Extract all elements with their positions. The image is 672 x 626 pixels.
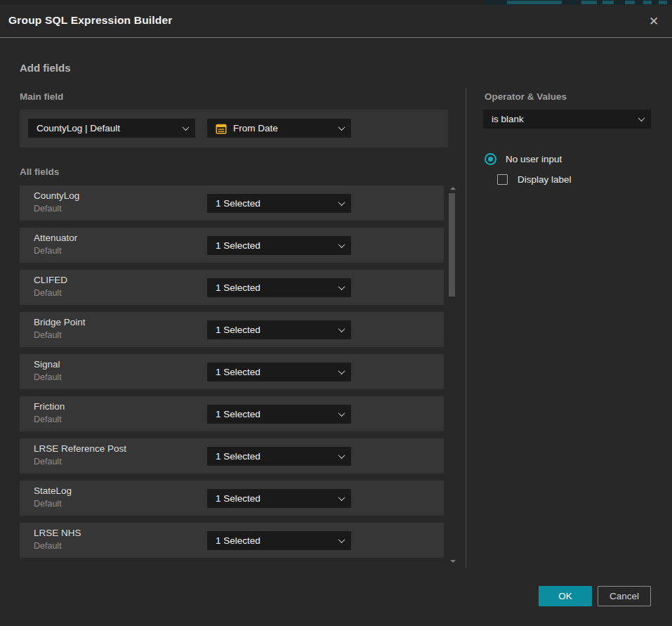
chevron-down-icon	[338, 124, 345, 131]
app-toolbar-fragment	[659, 1, 667, 4]
field-selected-value: 1 Selected	[216, 409, 334, 419]
field-row: Attenuator Default 1 Selected	[20, 228, 444, 263]
group-sql-expression-builder-dialog: Group SQL Expression Builder ✕ Add field…	[0, 5, 672, 626]
chevron-down-icon	[338, 283, 345, 290]
field-name: CLIFED	[34, 275, 67, 285]
app-toolbar-fragment	[625, 1, 635, 4]
app-toolbar-fragment	[602, 1, 614, 4]
field-selected-dropdown[interactable]: 1 Selected	[207, 236, 351, 255]
field-sublabel: Default	[34, 288, 62, 298]
all-fields-label: All fields	[20, 167, 59, 177]
chevron-down-icon	[338, 536, 345, 543]
all-fields-list: CountyLog Default 1 Selected Attenuator …	[20, 185, 444, 565]
chevron-down-icon	[338, 367, 345, 374]
close-icon[interactable]: ✕	[645, 12, 663, 30]
panel-divider	[466, 88, 466, 568]
chevron-down-icon	[338, 199, 345, 206]
no-user-input-label: No user input	[506, 154, 562, 164]
field-row: Friction Default 1 Selected	[20, 396, 444, 431]
field-row: CountyLog Default 1 Selected	[20, 185, 444, 221]
chevron-down-icon	[338, 452, 345, 459]
field-name: StateLog	[34, 485, 72, 496]
display-label-text: Display label	[518, 174, 572, 185]
add-fields-heading: Add fields	[20, 62, 71, 74]
chevron-down-icon	[638, 115, 645, 122]
chevron-down-icon	[338, 241, 345, 248]
field-name: Attenuator	[34, 233, 77, 243]
chevron-down-icon	[183, 124, 190, 131]
main-field-source-select[interactable]: CountyLog | Default	[28, 119, 195, 138]
field-selected-dropdown[interactable]: 1 Selected	[207, 489, 351, 508]
field-selected-dropdown[interactable]: 1 Selected	[207, 363, 351, 382]
no-user-input-radio[interactable]: No user input	[485, 153, 562, 165]
main-field-field-select[interactable]: From Date	[207, 119, 351, 138]
field-sublabel: Default	[34, 499, 62, 509]
field-selected-dropdown[interactable]: 1 Selected	[207, 320, 351, 339]
radio-selected-icon	[485, 153, 496, 165]
field-row: LRSE Reference Post Default 1 Selected	[20, 438, 444, 474]
background-app-strip	[0, 0, 672, 5]
main-field-panel: CountyLog | Default From Date	[20, 110, 448, 148]
calendar-icon	[216, 123, 227, 134]
scrollbar-up-arrow-icon[interactable]	[450, 187, 456, 190]
app-toolbar-fragment	[643, 1, 652, 4]
dialog-title: Group SQL Expression Builder	[8, 14, 173, 27]
background-app-toolbar	[485, 0, 672, 5]
field-row: StateLog Default 1 Selected	[20, 481, 444, 516]
main-field-label: Main field	[20, 91, 63, 102]
field-selected-value: 1 Selected	[216, 493, 334, 504]
field-sublabel: Default	[34, 541, 62, 551]
dialog-header: Group SQL Expression Builder ✕	[0, 5, 672, 38]
field-selected-value: 1 Selected	[216, 535, 334, 546]
field-selected-value: 1 Selected	[216, 198, 334, 209]
field-selected-dropdown[interactable]: 1 Selected	[207, 405, 351, 424]
field-selected-value: 1 Selected	[216, 240, 334, 251]
field-name: LRSE Reference Post	[34, 443, 126, 454]
operator-select[interactable]: is blank	[483, 110, 651, 129]
field-row: CLIFED Default 1 Selected	[20, 270, 444, 305]
field-name: LRSE NHS	[34, 528, 81, 538]
chevron-down-icon	[338, 325, 345, 332]
field-sublabel: Default	[34, 204, 62, 214]
field-row: Signal Default 1 Selected	[20, 354, 444, 389]
app-toolbar-fragment	[507, 1, 562, 4]
field-sublabel: Default	[34, 372, 62, 382]
operator-select-value: is blank	[492, 114, 633, 124]
field-selected-dropdown[interactable]: 1 Selected	[207, 531, 351, 550]
field-selected-value: 1 Selected	[216, 451, 334, 462]
field-sublabel: Default	[34, 415, 62, 424]
field-selected-dropdown[interactable]: 1 Selected	[207, 194, 351, 213]
field-row: LRSE NHS Default 1 Selected	[20, 523, 444, 558]
cancel-button[interactable]: Cancel	[598, 586, 651, 606]
field-selected-dropdown[interactable]: 1 Selected	[207, 278, 351, 297]
field-sublabel: Default	[34, 246, 62, 256]
field-row: Bridge Point Default 1 Selected	[20, 312, 444, 347]
scrollbar-thumb[interactable]	[449, 193, 455, 296]
ok-button[interactable]: OK	[539, 586, 592, 606]
field-name: Signal	[34, 359, 60, 370]
main-field-source-value: CountyLog | Default	[37, 123, 178, 133]
field-selected-value: 1 Selected	[216, 367, 334, 377]
field-selected-value: 1 Selected	[216, 282, 334, 293]
field-selected-dropdown[interactable]: 1 Selected	[207, 447, 351, 466]
checkbox-unchecked-icon	[497, 174, 508, 185]
chevron-down-icon	[338, 410, 345, 417]
scrollbar-down-arrow-icon[interactable]	[450, 560, 456, 563]
operator-values-heading: Operator & Values	[485, 91, 567, 102]
field-sublabel: Default	[34, 457, 62, 467]
field-list-scrollbar[interactable]	[449, 185, 456, 563]
field-selected-value: 1 Selected	[216, 325, 334, 335]
display-label-checkbox[interactable]: Display label	[497, 174, 572, 185]
field-sublabel: Default	[34, 330, 62, 340]
field-name: Friction	[34, 401, 65, 412]
screen: Group SQL Expression Builder ✕ Add field…	[0, 0, 672, 626]
chevron-down-icon	[338, 494, 345, 501]
app-toolbar-fragment	[581, 1, 597, 4]
main-field-field-value: From Date	[233, 123, 334, 133]
field-name: CountyLog	[34, 190, 79, 201]
field-name: Bridge Point	[34, 317, 86, 327]
